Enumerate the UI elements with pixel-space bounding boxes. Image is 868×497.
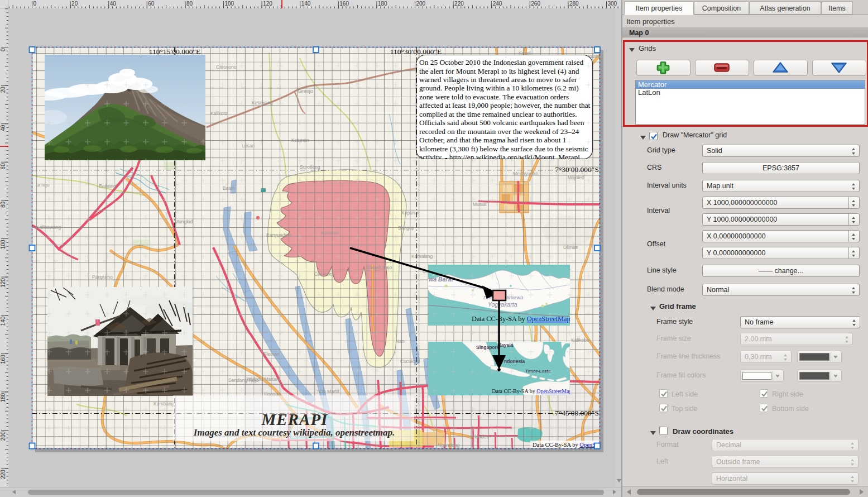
svg-text:Bateh: Bateh xyxy=(223,185,235,191)
svg-text:110°30′00.000″E: 110°30′00.000″E xyxy=(390,47,442,56)
svg-text:affected at least 19,000 peopl: affected at least 19,000 people; however… xyxy=(419,101,591,109)
svg-text:recorded on the mountain over: recorded on the mountain over the weeken… xyxy=(419,127,579,136)
svg-text:60: 60 xyxy=(0,163,6,170)
svg-text:100: 100 xyxy=(225,1,234,7)
svg-text:200: 200 xyxy=(416,1,426,7)
svg-text:80: 80 xyxy=(0,201,6,208)
svg-text:unrejo: unrejo xyxy=(36,182,50,188)
svg-text:160: 160 xyxy=(0,355,6,364)
svg-text:140: 140 xyxy=(301,1,311,7)
svg-text:0: 0 xyxy=(33,1,37,7)
svg-text:20: 20 xyxy=(0,87,6,93)
svg-text:the alert for Mount Merapi to: the alert for Mount Merapi to its highes… xyxy=(419,67,579,75)
svg-text:Data CC-By-SA by OpenStreetMap: Data CC-By-SA by OpenStreetMap xyxy=(472,315,570,323)
svg-text:0: 0 xyxy=(0,48,6,51)
svg-text:80: 80 xyxy=(186,1,193,7)
svg-text:7°45′00.000″S: 7°45′00.000″S xyxy=(555,409,599,417)
svg-text:Yogyakarta: Yogyakarta xyxy=(488,301,517,308)
svg-text:Singapore: Singapore xyxy=(476,345,500,350)
svg-text:100: 100 xyxy=(0,240,6,249)
svg-text:260: 260 xyxy=(531,1,540,7)
svg-text:Sleman: Sleman xyxy=(263,351,280,357)
svg-text:7°30′00.000″S: 7°30′00.000″S xyxy=(555,165,599,174)
svg-text:Surotleng: Surotleng xyxy=(300,164,320,170)
svg-text:40: 40 xyxy=(110,1,117,7)
svg-text:Mojoled: Mojoled xyxy=(568,175,584,180)
svg-text:110°15′00.000″E: 110°15′00.000″E xyxy=(149,47,201,56)
svg-text:200: 200 xyxy=(0,431,6,441)
svg-text:220: 220 xyxy=(454,1,464,7)
svg-text:180: 180 xyxy=(378,1,387,7)
svg-text:Kalikebo: Kalikebo xyxy=(571,337,589,343)
svg-text:220: 220 xyxy=(0,470,6,479)
svg-text:180: 180 xyxy=(0,393,6,402)
svg-text:240: 240 xyxy=(493,1,502,7)
svg-text:Data CC-By-SA by OpenStreetMap: Data CC-By-SA by OpenStreetMap xyxy=(492,388,572,394)
svg-text:Images and text courtesy wikip: Images and text courtesy wikipedia, open… xyxy=(193,427,395,438)
svg-text:Cucukan: Cucukan xyxy=(400,359,419,364)
svg-text:280: 280 xyxy=(569,1,579,7)
svg-text:ndonesia: ndonesia xyxy=(504,359,525,364)
svg-text:zone were told to evacuate. Th: zone were told to evacuate. The evacuati… xyxy=(419,93,569,101)
svg-text:Nan: Nan xyxy=(396,338,405,344)
svg-text:Mungkid: Mungkid xyxy=(175,219,193,224)
svg-text:Tirto Marta: Tirto Marta xyxy=(316,389,339,394)
svg-text:40: 40 xyxy=(0,125,6,131)
svg-text:120: 120 xyxy=(263,1,272,7)
svg-text:MERAPI: MERAPI xyxy=(261,410,329,428)
svg-text:October, and that the magma ha: October, and that the magma had risen to… xyxy=(419,136,566,144)
svg-text:warned villagers in threatened: warned villagers in threatened areas to … xyxy=(419,75,577,84)
svg-text:Paripurno: Paripurno xyxy=(92,274,113,280)
svg-text:120: 120 xyxy=(0,278,6,288)
svg-text:kilometre (3,300 ft) below the: kilometre (3,300 ft) below the surface d… xyxy=(419,145,588,153)
svg-text:Data CC-By-SA by OpenStreetM: Data CC-By-SA by OpenStreetM xyxy=(533,442,600,448)
svg-text:Officials said about 500 volca: Officials said about 500 volcanic earthq… xyxy=(419,118,584,127)
svg-text:ground. People living within a: ground. People living within a 10 kilome… xyxy=(419,84,579,92)
svg-text:On 25 October 2010 the Indones: On 25 October 2010 the Indonesian govern… xyxy=(419,58,583,66)
svg-text:300: 300 xyxy=(608,1,617,7)
svg-text:Losari: Losari xyxy=(242,143,255,149)
svg-text:complied at the time remained: complied at the time remained unclear to… xyxy=(419,110,577,118)
svg-text:Glagah Hajo: Glagah Hajo xyxy=(366,265,392,270)
svg-text:160: 160 xyxy=(339,1,349,7)
svg-text:60: 60 xyxy=(148,1,155,7)
svg-text:Girirejo: Girirejo xyxy=(298,88,313,94)
svg-text:Mertoyudan: Mertoyudan xyxy=(513,171,538,176)
svg-text:140: 140 xyxy=(0,316,6,326)
svg-text:20: 20 xyxy=(71,1,78,7)
